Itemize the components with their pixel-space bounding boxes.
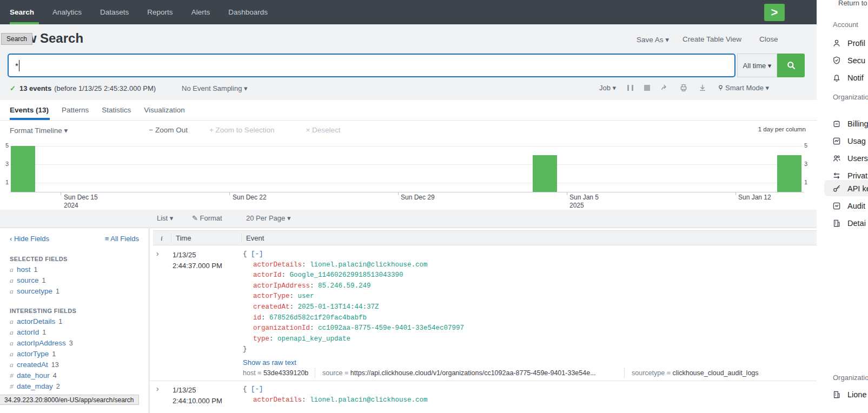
magnifier-icon bbox=[786, 60, 797, 71]
create-table-view-button[interactable]: Create Table View bbox=[683, 35, 741, 43]
sidebar-item-users[interactable]: Users bbox=[832, 154, 868, 163]
field-item[interactable]: aactorId1 bbox=[0, 327, 149, 338]
field-item[interactable]: acreatedAt13 bbox=[0, 359, 149, 370]
event-json: { [-] actorDetailslionel.palacin@clickho… bbox=[243, 249, 464, 368]
clickhouse-settings-sidebar: Return to Account Profil Secu Notif Orga… bbox=[817, 0, 868, 413]
sidebar-item-private-endpoints[interactable]: Privat bbox=[832, 171, 867, 181]
shield-check-icon bbox=[832, 56, 842, 65]
field-item[interactable]: ahost1 bbox=[0, 264, 149, 275]
selected-fields-header: SELECTED FIELDS bbox=[10, 256, 149, 262]
lightbulb-icon bbox=[717, 84, 724, 92]
smart-mode-dropdown[interactable]: Smart Mode ▾ bbox=[717, 84, 769, 92]
field-item[interactable]: #date_hour4 bbox=[0, 370, 149, 381]
print-icon[interactable] bbox=[679, 83, 688, 92]
sidebar-item-details[interactable]: Detai bbox=[832, 218, 866, 228]
save-as-button[interactable]: Save As ▾ bbox=[637, 35, 669, 44]
time-range-picker[interactable]: All time ▾ bbox=[737, 54, 777, 77]
nav-item-dashboards[interactable]: Dashboards bbox=[219, 0, 277, 24]
events-histogram[interactable]: 5 3 1 5 3 1 Sun Dec 152024 Sun Dec 22 Su… bbox=[0, 139, 817, 210]
organizations-section-header: Organizatio bbox=[833, 374, 868, 382]
nav-item-datasets[interactable]: Datasets bbox=[91, 0, 138, 24]
job-menu-dropdown[interactable]: Job ▾ bbox=[599, 84, 616, 92]
sidebar-item-usage[interactable]: Usag bbox=[832, 136, 866, 146]
sidebar-item-api-keys[interactable]: API ke bbox=[832, 184, 868, 194]
transfer-arrows-icon bbox=[832, 171, 842, 181]
gridline-1 bbox=[10, 183, 804, 183]
histogram-bar[interactable] bbox=[533, 155, 557, 192]
browser-status-url: 34.29.223.20:8000/en-US/app/search/searc… bbox=[0, 395, 139, 405]
events-list: i Time Event › 1/13/252:44:37.000 PM { [… bbox=[150, 228, 817, 413]
x-tick bbox=[229, 192, 230, 195]
job-status-row: ✓ 13 events (before 1/13/25 2:45:32.000 … bbox=[10, 82, 248, 94]
billing-icon bbox=[832, 119, 842, 129]
meta-separator bbox=[315, 368, 315, 378]
col-header-info: i bbox=[161, 234, 163, 243]
format-timeline-dropdown[interactable]: Format Timeline ▾ bbox=[10, 126, 68, 135]
close-button[interactable]: Close bbox=[759, 35, 778, 43]
nav-item-reports[interactable]: Reports bbox=[138, 0, 182, 24]
expand-chevron-icon[interactable]: › bbox=[156, 384, 159, 393]
tab-visualization[interactable]: Visualization bbox=[137, 100, 191, 120]
sidebar-item-billing[interactable]: Billing bbox=[832, 119, 868, 129]
sidebar-item-notifications[interactable]: Notif bbox=[832, 73, 864, 83]
gridline-3 bbox=[10, 164, 804, 165]
search-input[interactable]: * bbox=[8, 54, 736, 77]
json-collapse-toggle[interactable]: [-] bbox=[251, 385, 263, 393]
organization-section-header: Organizatio bbox=[833, 93, 868, 101]
zoom-out-button[interactable]: − Zoom Out bbox=[149, 126, 188, 134]
field-item[interactable]: aactorType1 bbox=[0, 349, 149, 359]
event-count: 13 events bbox=[19, 84, 51, 92]
key-icon bbox=[832, 184, 842, 194]
nav-item-search[interactable]: Search bbox=[10, 0, 43, 24]
json-collapse-toggle[interactable]: [-] bbox=[251, 250, 263, 258]
x-tick-label: Sun Dec 22 bbox=[233, 194, 267, 202]
results-tabs: Events (13) Patterns Statistics Visualiz… bbox=[0, 100, 817, 120]
hide-fields-link[interactable]: ‹ Hide Fields bbox=[10, 235, 49, 243]
sidebar-item-security[interactable]: Secu bbox=[832, 56, 865, 65]
show-raw-text-link[interactable]: Show as raw text bbox=[243, 357, 464, 368]
col-header-event: Event bbox=[246, 234, 264, 242]
person-icon bbox=[832, 38, 842, 48]
all-fields-link[interactable]: ≡ All Fields bbox=[105, 235, 139, 243]
audit-icon bbox=[832, 201, 842, 211]
nav-item-alerts[interactable]: Alerts bbox=[182, 0, 220, 24]
event-meta-source[interactable]: sourcehttps://api.clickhouse.cloud/v1/or… bbox=[322, 369, 596, 377]
event-count-timestamp: (before 1/13/25 2:45:32.000 PM) bbox=[54, 84, 156, 92]
list-view-dropdown[interactable]: List ▾ bbox=[157, 214, 173, 222]
sidebar-item-audit[interactable]: Audit bbox=[832, 201, 865, 211]
splunk-logo-icon[interactable]: > bbox=[764, 4, 785, 21]
tab-events[interactable]: Events (13) bbox=[10, 100, 55, 120]
export-download-icon[interactable] bbox=[698, 83, 707, 92]
building-icon bbox=[832, 390, 842, 399]
top-nav: Search Analytics Datasets Reports Alerts… bbox=[0, 0, 817, 24]
field-item[interactable]: #date_mday2 bbox=[0, 381, 149, 392]
job-done-check-icon: ✓ bbox=[10, 84, 16, 92]
field-item[interactable]: asourcetype1 bbox=[0, 286, 149, 297]
event-meta-sourcetype[interactable]: sourcetypeclickhouse_cloud_audit_logs bbox=[632, 369, 759, 377]
expand-chevron-icon[interactable]: › bbox=[156, 249, 159, 258]
per-page-dropdown[interactable]: 20 Per Page ▾ bbox=[246, 214, 290, 222]
event-meta-host[interactable]: host53de4339120b bbox=[243, 369, 308, 377]
histogram-bar[interactable] bbox=[777, 155, 801, 192]
field-item[interactable]: asource1 bbox=[0, 275, 149, 286]
search-button[interactable] bbox=[777, 54, 805, 77]
pause-job-icon[interactable] bbox=[626, 85, 634, 91]
return-to-link[interactable]: Return to bbox=[838, 0, 867, 7]
y-tick-left-1: 1 bbox=[2, 179, 9, 185]
fields-sidebar: ‹ Hide Fields ≡ All Fields SELECTED FIEL… bbox=[0, 228, 149, 413]
field-item[interactable]: aactorIpAddress3 bbox=[0, 338, 149, 349]
stop-job-icon[interactable] bbox=[644, 85, 650, 91]
interesting-fields-header: INTERESTING FIELDS bbox=[10, 308, 149, 314]
field-item[interactable]: aactorDetails1 bbox=[0, 316, 149, 327]
histogram-bar[interactable] bbox=[11, 146, 35, 192]
nav-item-analytics[interactable]: Analytics bbox=[43, 0, 91, 24]
tab-statistics[interactable]: Statistics bbox=[95, 100, 137, 120]
x-axis-baseline bbox=[10, 192, 804, 192]
sidebar-item-profile[interactable]: Profil bbox=[832, 38, 865, 48]
event-sampling-dropdown[interactable]: No Event Sampling ▾ bbox=[182, 84, 247, 92]
share-icon[interactable] bbox=[660, 83, 669, 92]
format-results-button[interactable]: ✎ Format bbox=[192, 214, 222, 222]
tab-patterns[interactable]: Patterns bbox=[55, 100, 95, 120]
x-tick bbox=[61, 192, 61, 195]
sidebar-item-organization-lionel[interactable]: Lione bbox=[832, 390, 866, 399]
